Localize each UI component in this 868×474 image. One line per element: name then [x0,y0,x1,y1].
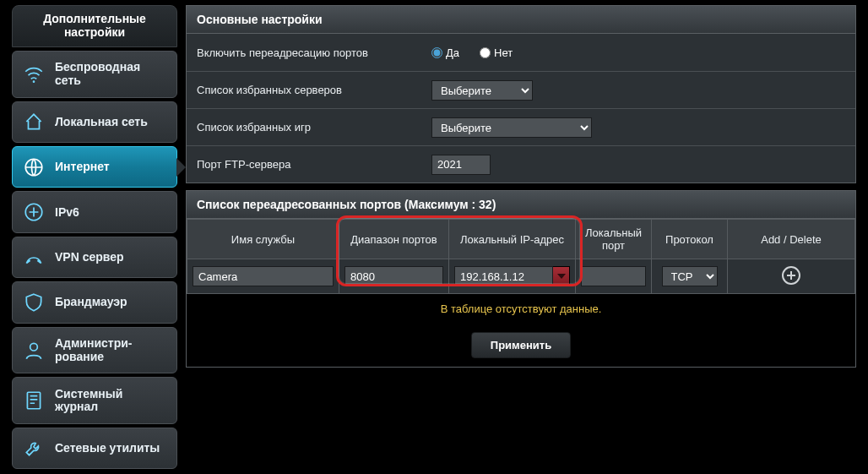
svg-point-3 [30,343,38,351]
forwarded-ports-heading: Список переадресованных портов (Максимум… [186,190,856,219]
ipv6-icon [23,201,45,223]
radio-yes-label: Да [446,46,459,59]
row-fav-games: Список избранных игр Выберите [187,108,855,145]
user-icon [23,340,45,362]
sidebar-item-label: Брандмауэр [55,296,127,308]
ftp-port-input[interactable] [431,155,491,175]
log-icon [23,390,45,411]
svg-rect-4 [27,392,40,409]
home-icon [23,111,45,133]
sidebar-item-firewall[interactable]: Брандмауэр [12,281,177,323]
port-range-input[interactable] [344,266,443,286]
forwarded-ports-table: Имя службы Диапазон портов Локальный IP-… [187,219,855,294]
svg-point-0 [33,80,35,83]
row-label: Список избранных серверов [197,84,415,96]
col-ip: Локальный IP-адрес [449,220,576,259]
sidebar-item-syslog[interactable]: Системный журнал [12,377,177,423]
fav-games-select[interactable]: Выберите [431,117,592,138]
row-ftp-port: Порт FTP-сервера [187,145,855,183]
fav-servers-select[interactable]: Выберите [431,80,533,101]
globe-icon [23,156,45,178]
sidebar-item-ipv6[interactable]: IPv6 [12,191,177,232]
radio-no[interactable]: Нет [480,46,513,59]
col-localport: Локальный порт [576,220,652,259]
protocol-select[interactable]: TCP [662,266,718,286]
row-label: Порт FTP-сервера [197,158,415,171]
sidebar-item-label: Админист­ри-рование [55,337,133,363]
row-enable-forwarding: Включить переадресацию портов Да Нет [187,34,855,71]
local-ip-input[interactable] [454,266,553,286]
sidebar-item-admin[interactable]: Админист­ри-рование [12,327,177,373]
col-service: Имя службы [187,220,339,259]
sidebar-item-label: Интернет [55,161,110,173]
sidebar-item-nettools[interactable]: Сетевые утилиты [12,428,177,469]
radio-no-label: Нет [494,46,513,59]
row-label: Включить переадресацию портов [197,46,415,59]
apply-button[interactable]: Применить [471,332,571,358]
sidebar-item-label: Системный журнал [55,388,166,414]
shield-icon [23,291,45,313]
local-port-input[interactable] [581,266,646,286]
sidebar-item-label: Сетевые утилиты [55,442,160,455]
sidebar-item-label: VPN сервер [55,251,124,264]
row-label: Список избранных игр [197,121,415,133]
sidebar-item-lan[interactable]: Локальная сеть [12,101,177,143]
ip-dropdown-button[interactable] [553,266,570,286]
col-actions: Add / Delete [728,220,855,259]
basic-settings-heading: Основные настройки [186,5,856,34]
sidebar-item-vpn[interactable]: VPN сервер [12,237,177,278]
wifi-icon [23,63,45,85]
sidebar-item-label: IPv6 [55,206,79,219]
sidebar-title: Дополнительные настройки [12,5,177,47]
sidebar: Дополнительные настройки Беспроводная се… [12,5,177,469]
basic-settings-section: Основные настройки Включить переадресаци… [186,5,856,183]
sidebar-item-label: Локальная сеть [55,116,148,128]
table-row: TCP [187,259,855,294]
no-data-message: В таблице отсутствуют данные. [187,294,855,320]
vpn-icon [23,247,45,269]
col-range: Диапазон портов [339,220,449,259]
row-fav-servers: Список избранных серверов Выберите [187,71,855,108]
sidebar-item-internet[interactable]: Интернет [12,146,177,188]
sidebar-item-wireless[interactable]: Беспроводная сеть [12,51,177,97]
main-panel: Основные настройки Включить переадресаци… [186,5,856,469]
wrench-icon [23,437,45,459]
add-row-button[interactable] [780,264,802,286]
radio-yes[interactable]: Да [431,46,459,59]
chevron-down-icon [557,274,566,279]
col-proto: Протокол [652,220,728,259]
forwarded-ports-section: Список переадресованных портов (Максимум… [186,190,856,368]
plus-circle-icon [781,265,801,286]
service-name-input[interactable] [193,266,334,286]
sidebar-item-label: Беспроводная сеть [55,61,166,87]
